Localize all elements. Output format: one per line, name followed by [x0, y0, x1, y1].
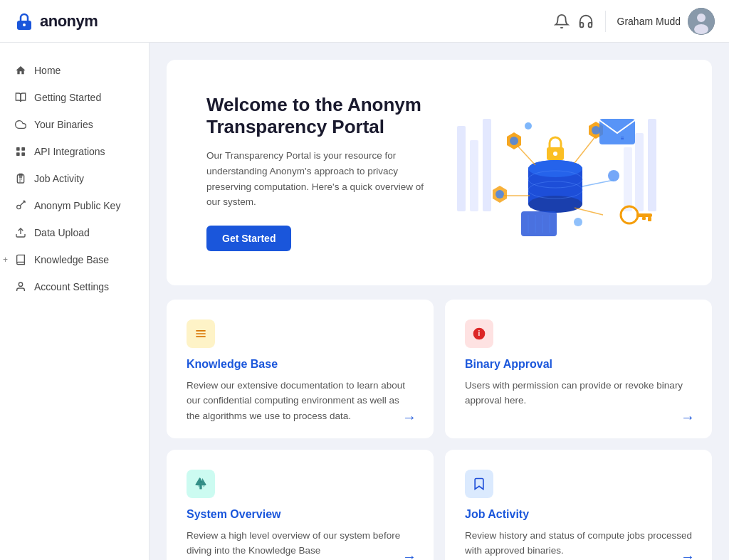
logo-icon [14, 11, 34, 31]
svg-point-10 [17, 205, 21, 208]
card-job-activity[interactable]: Job Activity Review history and status o… [445, 450, 712, 560]
svg-rect-18 [624, 147, 632, 211]
sidebar-item-home[interactable]: Home [0, 57, 149, 84]
sidebar-item-account-settings[interactable]: Account Settings [0, 273, 149, 300]
svg-rect-39 [636, 213, 652, 217]
sidebar-item-your-binaries[interactable]: Your Binaries [0, 111, 149, 138]
home-icon [14, 64, 27, 77]
sidebar-item-api-integrations[interactable]: API Integrations [0, 138, 149, 165]
sidebar-label-account-settings: Account Settings [34, 281, 109, 292]
svg-rect-40 [648, 217, 651, 221]
sidebar-item-job-activity[interactable]: Job Activity [0, 165, 149, 192]
knowledge-base-card-title: Knowledge Base [187, 358, 414, 371]
binary-approval-card-arrow: → [681, 409, 695, 426]
sidebar-label-data-upload: Data Upload [34, 227, 90, 238]
svg-rect-5 [16, 147, 20, 151]
user-icon [14, 280, 27, 293]
header: anonym Graham Mudd [0, 0, 729, 43]
card-knowledge-base[interactable]: Knowledge Base Review our extensive docu… [167, 300, 434, 438]
svg-line-46 [582, 180, 614, 186]
system-overview-card-arrow: → [402, 549, 416, 560]
sidebar-label-home: Home [34, 65, 61, 76]
notification-icon[interactable] [554, 14, 570, 29]
sidebar-label-getting-started: Getting Started [34, 92, 101, 103]
job-activity-card-arrow: → [681, 549, 695, 560]
get-started-button[interactable]: Get Started [206, 226, 291, 251]
card-system-overview[interactable]: System Overview Review a high level over… [167, 450, 434, 560]
clipboard-icon [14, 172, 27, 185]
logo-text: anonym [40, 12, 98, 31]
binary-approval-card-icon: i [465, 319, 493, 348]
svg-rect-41 [642, 217, 646, 220]
svg-point-31 [592, 126, 600, 134]
system-overview-card-icon [187, 470, 215, 498]
hero-description: Our Transparency Portal is your resource… [206, 148, 436, 209]
book-icon [14, 253, 27, 266]
svg-point-26 [553, 152, 557, 156]
svg-rect-47 [521, 211, 557, 236]
svg-point-12 [19, 282, 22, 286]
svg-rect-16 [635, 133, 644, 211]
svg-rect-13 [457, 126, 466, 211]
svg-point-30 [510, 137, 518, 145]
binary-approval-card-desc: Users with permission can provide or rev… [465, 378, 692, 424]
svg-rect-14 [470, 140, 478, 211]
hero-title: Welcome to the Anonym Transparency Porta… [206, 94, 436, 138]
expand-icon: + [3, 255, 8, 265]
book-open-icon [14, 91, 27, 104]
logo[interactable]: anonym [14, 11, 98, 31]
svg-text:≡: ≡ [621, 135, 624, 142]
user-info[interactable]: Graham Mudd [617, 8, 715, 35]
header-right: Graham Mudd [554, 8, 715, 35]
sidebar-item-knowledge-base[interactable]: + Knowledge Base [0, 246, 149, 273]
svg-point-4 [694, 24, 708, 34]
svg-rect-54 [199, 485, 201, 489]
knowledge-base-card-icon [187, 319, 215, 348]
job-activity-card-desc: Review history and status of compute job… [465, 528, 692, 560]
svg-rect-8 [21, 152, 25, 156]
card-binary-approval[interactable]: i Binary Approval Users with permission … [445, 300, 712, 438]
hero-card: Welcome to the Anonym Transparency Porta… [167, 60, 712, 285]
job-activity-card-title: Job Activity [465, 508, 692, 521]
svg-rect-36 [599, 119, 635, 144]
sidebar-label-knowledge-base: Knowledge Base [34, 254, 109, 265]
svg-rect-17 [648, 119, 656, 211]
sidebar-label-anonym-public-key: Anonym Public Key [34, 200, 120, 211]
sidebar-item-anonym-public-key[interactable]: Anonym Public Key [0, 192, 149, 219]
system-overview-card-title: System Overview [187, 508, 414, 521]
sidebar-label-api-integrations: API Integrations [34, 146, 105, 157]
layout: Home Getting Started Your Binaries API I… [0, 0, 729, 560]
svg-point-34 [525, 122, 532, 130]
header-divider [605, 11, 606, 32]
svg-line-42 [518, 146, 535, 165]
svg-point-35 [574, 218, 582, 226]
key-icon [14, 199, 27, 212]
svg-point-1 [23, 23, 26, 26]
support-icon[interactable] [578, 14, 594, 29]
svg-point-32 [495, 190, 504, 199]
sidebar-label-job-activity: Job Activity [34, 173, 84, 184]
sidebar-item-getting-started[interactable]: Getting Started [0, 84, 149, 111]
system-overview-card-desc: Review a high level overview of our syst… [187, 528, 414, 560]
svg-rect-6 [21, 147, 25, 151]
hero-svg: ≡ [450, 105, 664, 240]
user-name: Graham Mudd [617, 16, 681, 27]
svg-rect-7 [16, 152, 20, 156]
sidebar-label-your-binaries: Your Binaries [34, 119, 93, 130]
svg-line-43 [575, 136, 596, 163]
hero-illustration: ≡ [436, 101, 678, 243]
job-activity-card-icon [465, 470, 493, 498]
main-content: Welcome to the Anonym Transparency Porta… [150, 43, 729, 560]
svg-point-33 [608, 170, 619, 181]
svg-text:i: i [478, 329, 481, 337]
grid-icon [14, 145, 27, 158]
knowledge-base-card-desc: Review our extensive documentation to le… [187, 378, 414, 424]
avatar [688, 8, 715, 35]
header-icons [554, 14, 594, 29]
cloud-icon [14, 118, 27, 131]
sidebar-item-data-upload[interactable]: Data Upload [0, 219, 149, 246]
binary-approval-card-title: Binary Approval [465, 358, 692, 371]
upload-icon [14, 226, 27, 239]
sidebar: Home Getting Started Your Binaries API I… [0, 43, 150, 560]
cards-grid: Knowledge Base Review our extensive docu… [167, 300, 712, 560]
